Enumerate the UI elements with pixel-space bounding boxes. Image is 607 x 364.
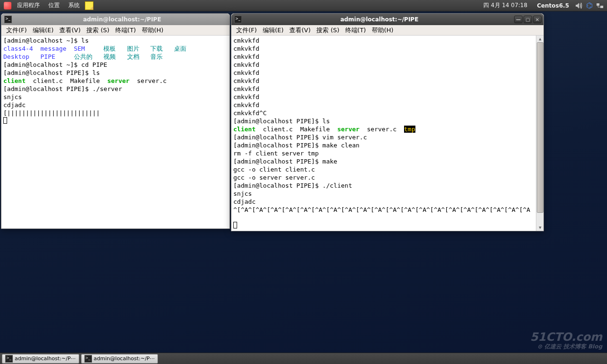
- notes-icon[interactable]: [84, 1, 94, 10]
- menu-search[interactable]: 搜索 (S): [83, 25, 112, 36]
- svg-rect-0: [597, 3, 599, 6]
- volume-icon[interactable]: [575, 1, 583, 10]
- window-title: admin@localhost:~/PIPE: [245, 16, 514, 23]
- terminal-output[interactable]: [admin@localhost ~]$ ls class4-4 message…: [1, 36, 230, 228]
- terminal-icon: [84, 355, 92, 363]
- scroll-thumb[interactable]: [537, 42, 543, 213]
- cursor: [233, 222, 237, 228]
- network-icon[interactable]: [596, 1, 604, 10]
- terminal-window-client[interactable]: admin@localhost:~/PIPE — ▢ ✕ 文件(F) 编辑(E)…: [231, 13, 544, 231]
- menu-edit[interactable]: 编辑(E): [260, 25, 286, 36]
- menu-applications[interactable]: 应用程序: [13, 0, 44, 10]
- menu-search[interactable]: 搜索 (S): [313, 25, 342, 36]
- titlebar[interactable]: admin@localhost:~/PIPE: [1, 14, 230, 25]
- scrollbar[interactable]: ▲ ▼: [536, 36, 543, 231]
- menu-view[interactable]: 查看(V): [56, 25, 83, 36]
- maximize-button[interactable]: ▢: [524, 16, 532, 23]
- menu-terminal[interactable]: 终端(T): [342, 25, 369, 36]
- terminal-icon: [234, 16, 242, 23]
- task-button-1[interactable]: admin@localhost:~/P···: [2, 354, 79, 364]
- menu-terminal[interactable]: 终端(T): [112, 25, 139, 36]
- scroll-down-icon[interactable]: ▼: [537, 224, 543, 231]
- cursor: [3, 117, 7, 124]
- terminal-window-server[interactable]: admin@localhost:~/PIPE 文件(F) 编辑(E) 查看(V)…: [1, 13, 230, 229]
- menu-places[interactable]: 位置: [45, 0, 64, 10]
- top-panel: 应用程序 位置 系统 四 4月 14 07:18 Centos6.5 ⌬: [0, 0, 607, 11]
- bottom-panel: admin@localhost:~/P··· admin@localhost:~…: [0, 353, 607, 364]
- menu-edit[interactable]: 编辑(E): [30, 25, 56, 36]
- window-title: admin@localhost:~/PIPE: [15, 16, 230, 23]
- clock[interactable]: 四 4月 14 07:18: [479, 0, 531, 10]
- bluetooth-icon[interactable]: ⌬: [585, 1, 594, 10]
- menu-system[interactable]: 系统: [64, 0, 83, 10]
- close-button[interactable]: ✕: [533, 16, 542, 23]
- titlebar[interactable]: admin@localhost:~/PIPE — ▢ ✕: [231, 14, 543, 25]
- menubar: 文件(F) 编辑(E) 查看(V) 搜索 (S) 终端(T) 帮助(H): [1, 25, 230, 36]
- menu-help[interactable]: 帮助(H): [369, 25, 396, 36]
- terminal-icon: [4, 16, 12, 23]
- scroll-up-icon[interactable]: ▲: [537, 36, 543, 42]
- terminal-output[interactable]: cmkvkfd cmkvkfd cmkvkfd cmkvkfd cmkvkfd …: [231, 36, 543, 231]
- menubar: 文件(F) 编辑(E) 查看(V) 搜索 (S) 终端(T) 帮助(H): [231, 25, 543, 36]
- menu-file[interactable]: 文件(F): [3, 25, 30, 36]
- menu-help[interactable]: 帮助(H): [139, 25, 166, 36]
- task-button-2[interactable]: admin@localhost:~/P···: [81, 354, 158, 364]
- terminal-icon: [5, 355, 13, 363]
- minimize-button[interactable]: —: [514, 16, 523, 23]
- gnome-icon: [3, 1, 12, 10]
- watermark: 51CTO.com ⊙ 亿速云 技术博客 Blog: [530, 331, 602, 350]
- menu-view[interactable]: 查看(V): [286, 25, 313, 36]
- hostname-label: Centos6.5: [533, 1, 573, 10]
- menu-file[interactable]: 文件(F): [233, 25, 260, 36]
